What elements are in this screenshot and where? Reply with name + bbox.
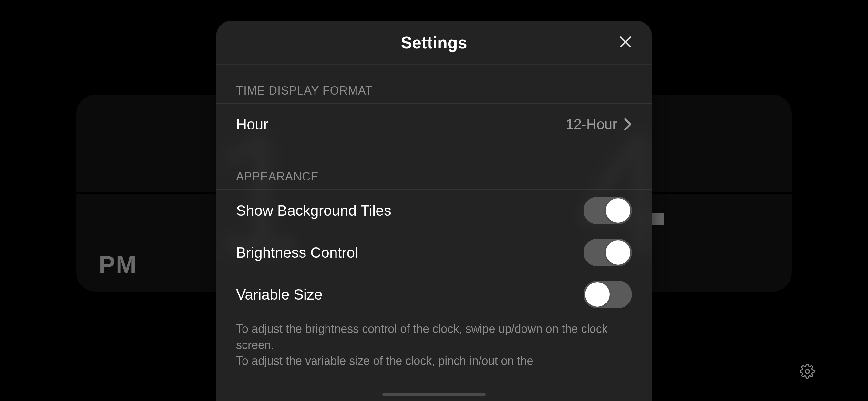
toggle-variable-size[interactable] xyxy=(584,281,632,308)
modal-body: TIME DISPLAY FORMAT Hour 12-Hour APPEARA… xyxy=(216,77,652,369)
row-label-brightness: Brightness Control xyxy=(236,244,584,261)
clock-ampm-label: PM xyxy=(99,251,137,279)
group-time-display-format: TIME DISPLAY FORMAT Hour 12-Hour xyxy=(216,77,652,145)
row-value-hour: 12-Hour xyxy=(566,116,617,132)
row-variable-size[interactable]: Variable Size xyxy=(216,273,652,315)
row-show-background-tiles[interactable]: Show Background Tiles xyxy=(216,189,652,231)
home-indicator[interactable] xyxy=(382,393,486,396)
footer-line: To adjust the variable size of the clock… xyxy=(236,353,632,369)
toggle-brightness-control[interactable] xyxy=(584,239,632,266)
row-label-show-tiles: Show Background Tiles xyxy=(236,202,584,219)
close-button[interactable] xyxy=(615,32,636,53)
toggle-knob xyxy=(606,240,630,265)
footer-line: To adjust the brightness control of the … xyxy=(236,321,632,353)
settings-modal: Settings TIME DISPLAY FORMAT Hour 12-Hou… xyxy=(216,21,652,401)
modal-title: Settings xyxy=(401,33,467,52)
group-header-appearance: APPEARANCE xyxy=(216,163,652,189)
svg-point-0 xyxy=(805,369,809,373)
row-brightness-control[interactable]: Brightness Control xyxy=(216,231,652,273)
group-appearance: APPEARANCE Show Background Tiles Brightn… xyxy=(216,163,652,369)
gear-icon xyxy=(800,364,815,380)
toggle-show-background-tiles[interactable] xyxy=(584,197,632,224)
group-header-time-format: TIME DISPLAY FORMAT xyxy=(216,77,652,103)
modal-header: Settings xyxy=(216,21,652,65)
close-icon xyxy=(617,34,633,51)
chevron-right-icon xyxy=(624,118,632,131)
row-hour-format[interactable]: Hour 12-Hour xyxy=(216,103,652,145)
toggle-knob xyxy=(585,282,610,307)
row-label-variable-size: Variable Size xyxy=(236,286,584,303)
toggle-knob xyxy=(606,198,630,223)
group-footer-appearance: To adjust the brightness control of the … xyxy=(216,315,652,369)
settings-gear-button[interactable] xyxy=(798,363,816,381)
row-label-hour: Hour xyxy=(236,116,566,133)
